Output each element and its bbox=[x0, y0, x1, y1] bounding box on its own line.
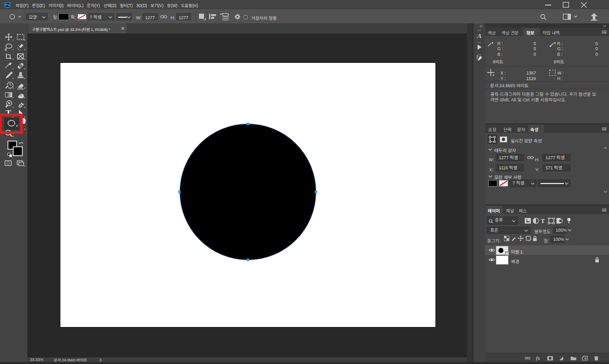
svg-text:T: T bbox=[541, 217, 545, 224]
svg-text:fx: fx bbox=[536, 356, 540, 361]
svg-text:A: A bbox=[477, 32, 482, 40]
